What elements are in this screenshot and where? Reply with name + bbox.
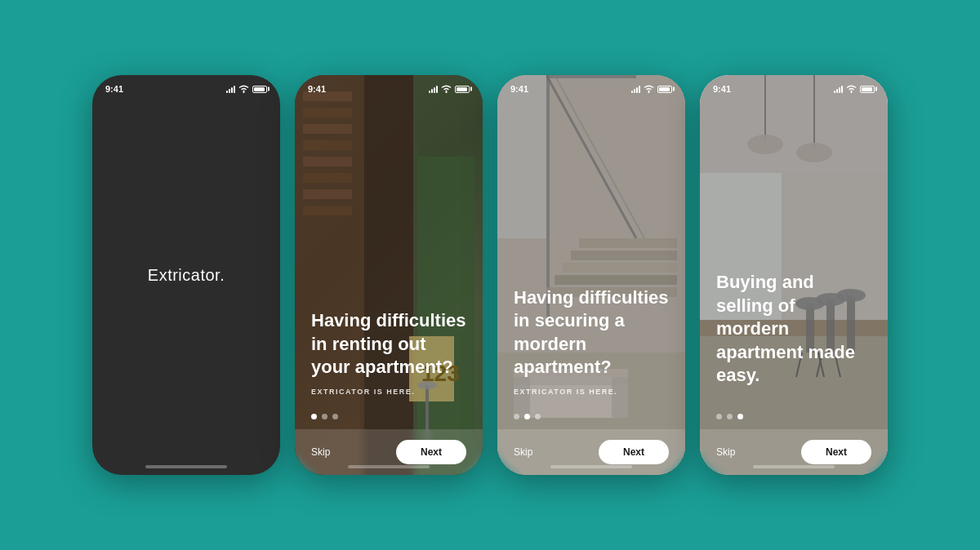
dot-2-1 xyxy=(322,414,327,419)
phone-content-2: Having difficulties in renting out your … xyxy=(295,75,483,475)
wifi-icon-1 xyxy=(238,85,249,93)
dots-3 xyxy=(497,406,685,426)
dot-2-2 xyxy=(332,414,338,419)
main-text-4: Buying and selling of mordern apartment … xyxy=(716,271,871,388)
status-bar-3: 9:41 xyxy=(497,75,685,98)
status-bar-4: 9:41 xyxy=(700,75,888,98)
dot-3-1 xyxy=(524,414,530,419)
phone-splash: 9:41 Extricator. xyxy=(92,75,280,475)
home-indicator-1 xyxy=(145,465,227,468)
skip-button-4[interactable]: Skip xyxy=(716,441,735,463)
text-area-4: Buying and selling of mordern apartment … xyxy=(700,258,888,406)
wifi-icon-2 xyxy=(441,85,452,93)
status-time-3: 9:41 xyxy=(510,84,528,94)
wifi-icon-3 xyxy=(644,85,654,93)
dot-4-1 xyxy=(727,414,733,419)
home-indicator-3 xyxy=(550,465,632,468)
main-text-3: Having difficulties in securing a morder… xyxy=(514,286,669,379)
sub-text-3: EXTRICATOR IS HERE. xyxy=(514,388,669,396)
next-button-4[interactable]: Next xyxy=(801,440,871,464)
phone-onboarding-3: 9:41 Buying and selling of mordern apart… xyxy=(700,75,888,475)
text-area-2: Having difficulties in renting out your … xyxy=(295,296,483,406)
battery-icon-2 xyxy=(455,86,470,93)
status-time-2: 9:41 xyxy=(308,84,326,94)
battery-icon-1 xyxy=(252,86,267,93)
signal-icon-4 xyxy=(834,85,843,93)
signal-icon-2 xyxy=(429,85,438,93)
home-indicator-2 xyxy=(348,465,430,468)
phone-onboarding-2: 9:41 Having difficulties in securing a m… xyxy=(497,75,685,475)
status-time-4: 9:41 xyxy=(713,84,731,94)
main-text-2: Having difficulties in renting out your … xyxy=(311,309,466,379)
skip-button-2[interactable]: Skip xyxy=(311,441,330,463)
dot-4-2 xyxy=(737,414,743,419)
wifi-icon-4 xyxy=(846,85,857,93)
dot-3-0 xyxy=(514,414,519,419)
phone-content-3: Having difficulties in securing a morder… xyxy=(497,75,685,475)
skip-button-3[interactable]: Skip xyxy=(514,441,532,463)
status-icons-2 xyxy=(429,85,470,93)
status-icons-3 xyxy=(631,85,672,93)
status-bar-2: 9:41 xyxy=(295,75,483,98)
app-name-text: Extricator. xyxy=(148,266,225,285)
battery-icon-4 xyxy=(860,86,875,93)
signal-icon-1 xyxy=(226,85,235,93)
dot-2-0 xyxy=(311,414,317,419)
status-icons-4 xyxy=(834,85,875,93)
status-icons-1 xyxy=(226,85,267,93)
signal-icon-3 xyxy=(631,85,640,93)
phone-onboarding-1: 123 9:41 Having d xyxy=(295,75,483,475)
dot-3-2 xyxy=(535,414,541,419)
dots-2 xyxy=(295,406,483,426)
text-area-3: Having difficulties in securing a morder… xyxy=(497,273,685,406)
sub-text-2: EXTRICATOR IS HERE. xyxy=(311,388,466,396)
dots-4 xyxy=(700,406,888,426)
status-time-1: 9:41 xyxy=(105,84,123,94)
phones-container: 9:41 Extricator. xyxy=(76,59,904,491)
dot-4-0 xyxy=(716,414,722,419)
home-indicator-4 xyxy=(753,465,835,468)
phone-content-4: Buying and selling of mordern apartment … xyxy=(700,75,888,475)
battery-icon-3 xyxy=(657,86,672,93)
next-button-3[interactable]: Next xyxy=(599,440,669,464)
next-button-2[interactable]: Next xyxy=(396,440,466,464)
status-bar-1: 9:41 xyxy=(92,75,280,98)
